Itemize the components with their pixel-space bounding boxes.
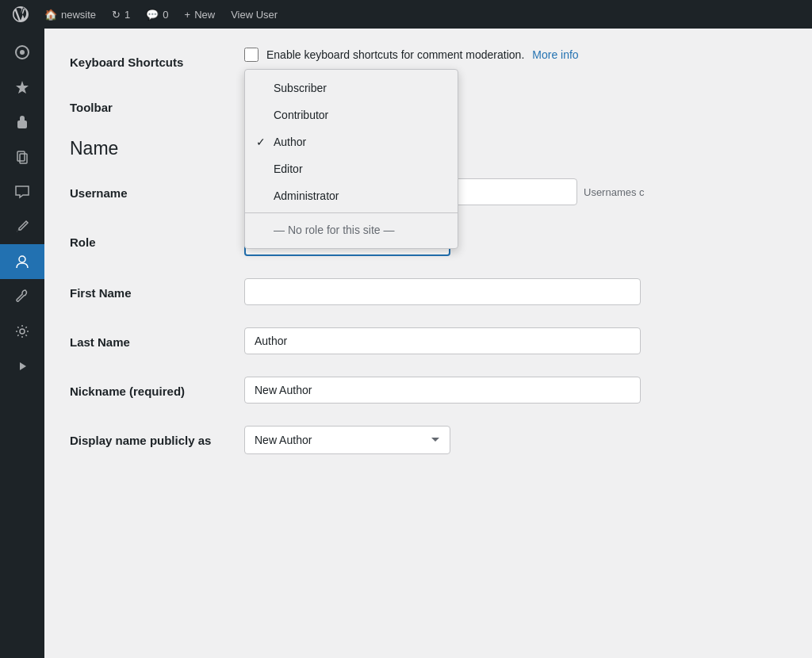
sidebar-icon-settings[interactable] [0,314,44,349]
view-user-label: View User [231,9,278,21]
nickname-row: Nickname (required) [70,377,787,404]
keyboard-shortcuts-row: Keyboard Shortcuts Enable keyboard short… [70,48,787,71]
keyboard-shortcuts-control: Enable keyboard shortcuts for comment mo… [244,48,787,62]
role-label: Role [70,228,244,251]
sidebar-icon-plugin[interactable] [0,105,44,140]
role-option-editor[interactable]: Editor [245,155,458,182]
sidebar-icon-paint[interactable] [0,35,44,70]
role-option-subscriber[interactable]: Subscriber [245,75,458,101]
last-name-control [244,327,787,354]
sidebar-icon-pin[interactable] [0,70,44,105]
toolbar-label: Toolbar [70,93,244,116]
keyboard-shortcuts-text: Enable keyboard shortcuts for comment mo… [266,48,524,61]
first-name-label: First Name [70,278,244,301]
first-name-input[interactable] [244,278,641,305]
role-option-contributor[interactable]: Contributor [245,101,458,128]
updates-count: 1 [124,9,130,21]
nickname-input[interactable] [244,377,641,404]
sidebar-icon-users[interactable] [0,244,44,279]
nickname-control [244,377,787,404]
main-layout: Keyboard Shortcuts Enable keyboard short… [0,29,812,658]
more-info-link[interactable]: More info [532,48,578,61]
first-name-control [244,278,787,305]
keyboard-shortcuts-checkbox-row: Enable keyboard shortcuts for comment mo… [244,48,787,62]
sidebar-icon-pages[interactable] [0,140,44,174]
nickname-label: Nickname (required) [70,377,244,400]
keyboard-shortcuts-label: Keyboard Shortcuts [70,48,244,71]
svg-point-1 [20,50,25,55]
admin-bar-site[interactable]: 🏠 newsite [38,0,102,29]
last-name-label: Last Name [70,327,244,350]
admin-bar-updates[interactable]: ↻ 1 [105,0,136,29]
admin-bar-comments[interactable]: 💬 0 [140,0,174,29]
sidebar-icon-brush[interactable] [0,209,44,244]
display-name-select[interactable]: New Author [244,426,450,454]
display-name-row: Display name publicly as New Author [70,426,787,454]
svg-rect-3 [17,151,25,161]
sidebar [0,29,44,658]
sidebar-icon-comments[interactable] [0,174,44,209]
svg-point-6 [20,329,25,334]
comments-count: 0 [163,9,168,21]
role-option-no-role[interactable]: — No role for this site — [245,216,458,243]
role-control: Subscriber Contributor Author Editor Adm… [244,228,787,256]
role-dropdown-container: Subscriber Contributor Author Editor Adm… [244,228,450,256]
home-icon: 🏠 [44,9,57,21]
site-name: newsite [61,9,96,21]
admin-bar-view-user[interactable]: View User [224,0,284,29]
svg-rect-2 [17,121,27,128]
keyboard-shortcuts-checkbox[interactable] [244,48,259,62]
content-area: Keyboard Shortcuts Enable keyboard short… [44,29,812,658]
last-name-input[interactable] [244,327,641,354]
svg-point-5 [19,256,25,262]
plus-icon: + [185,9,191,21]
comments-bar-icon: 💬 [146,9,159,21]
role-dropdown-divider [245,212,458,213]
sidebar-icon-media[interactable] [0,349,44,384]
role-dropdown-menu: Subscriber Contributor Author Editor Adm… [244,69,458,249]
display-name-label: Display name publicly as [70,426,244,449]
admin-bar-new[interactable]: + New [178,0,222,29]
svg-rect-4 [20,154,27,163]
role-row: Role Subscriber Contributor Author Edito… [70,228,787,256]
admin-bar: 🏠 newsite ↻ 1 💬 0 + New View User [0,0,812,29]
sidebar-icon-tools[interactable] [0,279,44,314]
display-name-control: New Author [244,426,787,454]
role-option-author[interactable]: Author [245,128,458,155]
role-option-administrator[interactable]: Administrator [245,182,458,209]
first-name-row: First Name [70,278,787,305]
wp-logo[interactable] [6,0,35,29]
username-note: Usernames c [584,186,645,198]
username-label: Username [70,178,244,201]
updates-icon: ↻ [112,9,121,21]
last-name-row: Last Name [70,327,787,354]
new-label: New [194,9,215,21]
svg-marker-7 [20,362,26,370]
